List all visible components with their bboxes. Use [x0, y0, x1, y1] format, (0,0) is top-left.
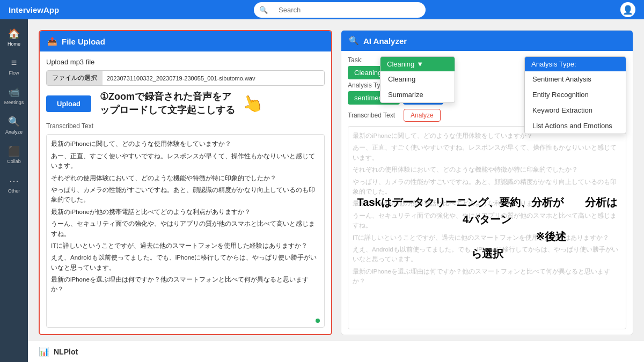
task-controls-row: Task: Cleaning ▼ Analysis Type: sentimen…	[348, 56, 626, 105]
panels-row: 📤 File Upload Upload mp3 file ファイルの選択 20…	[28, 19, 644, 341]
nlplot-icon: 📊	[39, 346, 49, 357]
analyze-icon: 🔍	[8, 116, 20, 128]
transcribed-line: 最新のiPhoneを選ぶ理由は何ですか？他のスマートフォンと比べて何が異なると思…	[51, 275, 320, 294]
ai-analyzer-header: 🔍 AI Analyzer	[341, 31, 633, 51]
upload-icon: 📤	[47, 36, 57, 46]
file-input-row: ファイルの選択 20230731100332_20230719-230055_0…	[46, 70, 325, 86]
sidebar-item-other[interactable]: ⋯ Other	[0, 171, 28, 198]
upload-btn-row: Upload ①Zoomで録音された音声をアップロードして文字起こしする 👆	[46, 90, 325, 117]
other-icon: ⋯	[9, 175, 19, 187]
analysis-item-entity[interactable]: Entity Recognition	[525, 87, 626, 102]
green-dot-indicator	[316, 319, 320, 323]
app-brand: InterviewApp	[9, 5, 59, 14]
task-dropdown-item-cleaning[interactable]: Cleaning	[380, 71, 455, 87]
analysis-type-dropdown-menu: Analysis Type: Sentiment Analysis Entity…	[524, 56, 626, 134]
transcribed-line: うーん、セキュリティ面での強化や、やはりアプリの質が他のスマホと比べて高いと感じ…	[51, 219, 320, 239]
file-name-display: 20230731100332_20230719-230055_001-sibut…	[103, 72, 324, 84]
analyze-button[interactable]: Analyze	[404, 109, 441, 122]
transcribed-line: ITに詳しいということですが、過去に他のスマートフォンを使用した経験はありますか…	[51, 241, 320, 250]
ai-analyzer-title: AI Analyzer	[363, 36, 407, 46]
analysis-item-keyword[interactable]: Keyword Extraction	[525, 102, 626, 118]
file-upload-panel: 📤 File Upload Upload mp3 file ファイルの選択 20…	[39, 30, 332, 335]
flow-icon: ≡	[11, 57, 17, 69]
sidebar-item-home[interactable]: 🏠 Home	[0, 24, 28, 51]
user-avatar[interactable]: 👤	[620, 2, 635, 17]
ai-transcribed-line: 最新のiPhoneを選ぶ理由は何ですか？他のスマートフォンと比べて何が異なると思…	[353, 267, 621, 286]
collab-icon: ⬛	[8, 145, 20, 157]
ai-transcribed-text-box: 最新のiPhoneに関して、どのような使用体験をしていますか？あー、正直、すごく…	[348, 126, 626, 329]
search-icon: 🔍	[259, 6, 268, 14]
upload-mp3-label: Upload mp3 file	[46, 58, 325, 66]
analysis-dropdown-label: Analysis Type:	[531, 60, 576, 68]
sidebar-item-analyze-label: Analyze	[5, 129, 23, 135]
ai-transcribed-line: それぞれの使用体験において、どのような機能や特徴が特に印象的でしたか？	[353, 165, 621, 174]
transcribed-line: ええ、Androidも以前使ってました。でも、iPhoneに移行してからは、やっ…	[51, 253, 320, 272]
ai-analyzer-panel: 🔍 AI Analyzer Task: Cleaning ▼ An	[341, 30, 633, 335]
annotation-text: ①Zoomで録音された音声をアップロードして文字起こしする	[100, 90, 235, 117]
ai-transcribed-line: うーん、セキュリティ面での強化や、やはりアプリの質が他のスマホと比べて高いと感じ…	[353, 211, 621, 231]
content-area: 📤 File Upload Upload mp3 file ファイルの選択 20…	[28, 19, 644, 362]
ai-transcribed-line: あー、正直、すごく使いやすいですね。レスポンスが早くて、操作性もかなりいいと感じ…	[353, 143, 621, 162]
ai-transcribed-lines: 最新のiPhoneに関して、どのような使用体験をしていますか？あー、正直、すごく…	[353, 131, 621, 286]
sidebar-item-meetings-label: Meetings	[4, 100, 24, 105]
file-upload-body: Upload mp3 file ファイルの選択 20230731100332_2…	[40, 51, 331, 334]
top-navigation: InterviewApp 🔍 👤	[0, 0, 644, 19]
task-dropdown-menu: Cleaning ▼ Cleaning Summarize	[380, 56, 455, 103]
search-container[interactable]: 🔍	[254, 2, 426, 18]
sidebar-item-flow-label: Flow	[9, 70, 19, 76]
analysis-dropdown-header: Analysis Type:	[525, 57, 626, 71]
cursor-icon: 👆	[239, 90, 266, 116]
main-layout: 🏠 Home ≡ Flow 📹 Meetings 🔍 Analyze ⬛ Col…	[0, 19, 644, 362]
sidebar: 🏠 Home ≡ Flow 📹 Meetings 🔍 Analyze ⬛ Col…	[0, 19, 28, 362]
transcribed-line: あー、正直、すごく使いやすいですね。レスポンスが早くて、操作性もかなりいいと感じ…	[51, 151, 320, 171]
transcribed-line: やっぱり、カメラの性能がすごいですね。あと、顔認識の精度がかなり向上しているのも…	[51, 185, 320, 205]
analysis-item-list-actions[interactable]: List Actions and Emotions	[525, 118, 626, 134]
transcribed-line: 最新のiPhoneが他の携帯電話と比べてどのような利点がありますか？	[51, 207, 320, 217]
task-value-left: Cleaning	[354, 69, 382, 77]
analyzer-body: Task: Cleaning ▼ Analysis Type: sentimen…	[341, 51, 633, 335]
ai-transcribed-line: ITに詳しいということですが、過去に他のスマートフォンを使用した経験はありますか…	[353, 233, 621, 242]
transcribed-text-lines: 最新のiPhoneに関して、どのような使用体験をしていますか？あー、正直、すごく…	[51, 139, 320, 294]
nlplot-row: 📊 NLPlot	[28, 341, 644, 362]
search-input[interactable]	[270, 4, 420, 16]
nlplot-label: NLPlot	[54, 348, 78, 356]
task-dropdown-header-text: Cleaning	[387, 60, 414, 68]
sidebar-item-analyze[interactable]: 🔍 Analyze	[0, 112, 28, 139]
chevron-down-icon-dropdown: ▼	[416, 60, 423, 68]
transcribed-line: 最新のiPhoneに関して、どのような使用体験をしていますか？	[51, 139, 320, 149]
sidebar-item-flow[interactable]: ≡ Flow	[0, 53, 28, 80]
meetings-icon: 📹	[8, 86, 20, 98]
sidebar-item-home-label: Home	[8, 41, 20, 47]
task-dropdown-item-summarize[interactable]: Summarize	[380, 87, 455, 102]
ai-transcribed-line: ええ、Androidも以前使ってました。でも、iPhoneに移行してからは、やっ…	[353, 245, 621, 264]
ai-transcribed-line: 最新のiPhoneが他の携帯電話と比べてどのような利点がありますか？	[353, 198, 621, 208]
transcribed-text-label: Transcribed Text	[348, 112, 395, 119]
file-upload-title: File Upload	[62, 37, 105, 46]
home-icon: 🏠	[8, 28, 20, 40]
search-wrapper: 🔍	[65, 2, 614, 18]
sidebar-item-collab-label: Collab	[7, 159, 21, 164]
sidebar-item-meetings[interactable]: 📹 Meetings	[0, 82, 28, 109]
ai-transcribed-line: やっぱり、カメラの性能がすごいですね。あと、顔認識の精度がかなり向上しているのも…	[353, 177, 621, 197]
sidebar-item-collab[interactable]: ⬛ Collab	[0, 141, 28, 168]
transcribe-label: Transcribed Text	[46, 122, 325, 130]
file-choose-button[interactable]: ファイルの選択	[47, 71, 103, 85]
file-upload-header: 📤 File Upload	[40, 31, 331, 51]
sidebar-item-other-label: Other	[8, 188, 20, 194]
transcribed-line: それぞれの使用体験において、どのような機能や特徴が特に印象的でしたか？	[51, 173, 320, 183]
analyzer-icon: 🔍	[349, 36, 359, 46]
analysis-item-sentiment[interactable]: Sentiment Analysis	[525, 71, 626, 87]
upload-button[interactable]: Upload	[46, 95, 91, 112]
transcribed-text-box: 最新のiPhoneに関して、どのような使用体験をしていますか？あー、正直、すごく…	[46, 134, 325, 328]
task-dropdown-header: Cleaning ▼	[380, 57, 455, 71]
